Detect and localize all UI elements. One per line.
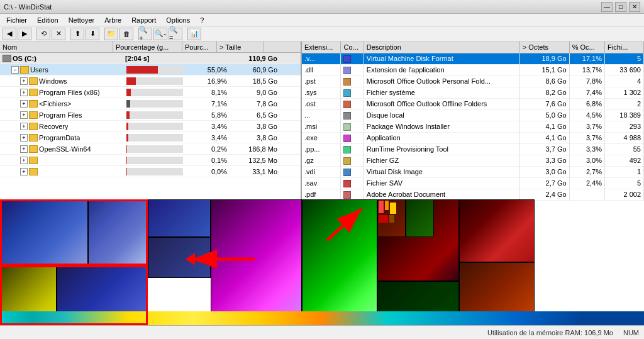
ext-table-row[interactable]: .pstMicrosoft Office Outlook Personal Fo…	[302, 75, 644, 87]
expand-icon[interactable]: +	[20, 134, 28, 142]
pct-text-cell: 0,1%	[186, 157, 230, 164]
octets-cell: 18,9 Go	[519, 53, 569, 64]
ext-cell: .pst	[302, 75, 341, 87]
col-size-header[interactable]: > Taille	[217, 42, 264, 52]
toolbar: ◀ ▶ ⟲ ✕ ⬆ ⬇ 📁 🗑 🔍+ 🔍- 🔍= 📊	[0, 26, 644, 42]
col-name-header[interactable]: Nom	[0, 42, 113, 52]
back-button[interactable]: ◀	[3, 28, 16, 40]
ext-table-row[interactable]: .exeApplication4,1 Go3,7%4 988	[302, 132, 644, 143]
octets-cell: 3,7 Go	[519, 143, 569, 155]
minimize-button[interactable]: —	[601, 2, 613, 12]
files-cell: 4 988	[604, 132, 643, 143]
col-ext-header[interactable]: Extensi...	[302, 42, 341, 53]
expand-icon[interactable]: +	[20, 100, 28, 108]
color-cell	[341, 87, 364, 98]
menu-item-?[interactable]: ?	[196, 15, 208, 25]
ext-table-row[interactable]: .ostMicrosoft Office Outlook Offline Fol…	[302, 98, 644, 109]
expand-icon[interactable]: +	[20, 89, 28, 96]
zoom-out-button[interactable]: 🔍-	[153, 28, 167, 40]
extension-table: Extensi... Co... Description > Octets % …	[302, 42, 644, 201]
delete-button[interactable]: 🗑	[119, 28, 133, 40]
tree-row[interactable]: +Recovery3,4%3,8 Go	[0, 121, 301, 132]
col-desc-header[interactable]: Description	[364, 42, 519, 53]
pct-text-cell: 5,8%	[186, 111, 230, 119]
ext-table-row[interactable]: .pp...RunTime Provisioning Tool3,7 Go3,3…	[302, 143, 644, 155]
ext-table-row[interactable]: .gzFichier GZ3,3 Go3,0%492	[302, 155, 644, 166]
tree-item-name: OS (C:)	[13, 55, 36, 62]
tree-row[interactable]: +0,0%33,1 Mo	[0, 166, 301, 177]
treemap-right[interactable]	[302, 199, 644, 325]
ext-table-row[interactable]: .sysFichier système8,2 Go7,4%1 302	[302, 87, 644, 98]
zoom-reset-button[interactable]: 🔍=	[169, 28, 182, 40]
folder-icon	[29, 168, 38, 175]
pct-cell: 7,4%	[569, 87, 604, 98]
size-cell: 33,1 Mo	[230, 168, 280, 175]
files-cell: 1 302	[604, 87, 643, 98]
folder-icon	[29, 145, 38, 153]
tree-row[interactable]: +Program Files (x86)8,1%9,0 Go	[0, 87, 301, 98]
stop-button[interactable]: ✕	[52, 28, 65, 40]
desc-cell: Disque local	[364, 109, 519, 121]
col-pct-header[interactable]: % Oc...	[569, 42, 604, 53]
tree-row[interactable]: +0,1%132,5 Mo	[0, 155, 301, 166]
expand-icon[interactable]: +	[20, 145, 28, 153]
folder-icon	[29, 89, 38, 96]
color-box	[343, 169, 351, 176]
open-folder-button[interactable]: 📁	[104, 28, 118, 40]
expand-icon[interactable]: +	[20, 111, 28, 119]
ext-table-row[interactable]: .msiPackage Windows Installer4,1 Go3,7%2…	[302, 121, 644, 132]
color-box	[343, 101, 351, 108]
zoom-in-button[interactable]: 🔍+	[138, 28, 152, 40]
files-cell: 293	[604, 121, 643, 132]
refresh-button[interactable]: ⟲	[36, 28, 50, 40]
expand-icon[interactable]: −	[11, 66, 19, 74]
menu-item-options[interactable]: Options	[162, 15, 194, 25]
menu-item-fichier[interactable]: Fichier	[3, 15, 31, 25]
maximize-button[interactable]: □	[615, 2, 626, 12]
status-right: Utilisation de la mémoire RAM: 106,9 Mo …	[487, 329, 639, 336]
col-pct-bar-header[interactable]: Pourcentage (g...	[113, 42, 182, 52]
chart-button[interactable]: 📊	[187, 28, 201, 40]
tree-row[interactable]: +OpenSSL-Win640,2%186,8 Mo	[0, 143, 301, 155]
desc-cell: Microsoft Office Outlook Offline Folders	[364, 98, 519, 109]
menu-item-nettoyer[interactable]: Nettoyer	[65, 15, 99, 25]
col-files-header[interactable]: Fichi...	[604, 42, 643, 53]
tree-row[interactable]: −Users55,0%60,9 Go	[0, 64, 301, 75]
tree-row[interactable]: OS (C:)[2:04 s]110,9 Go	[0, 53, 301, 64]
ext-table-row[interactable]: ...Disque local5,0 Go4,5%18 389	[302, 109, 644, 121]
expand-icon[interactable]: +	[20, 77, 28, 85]
expand-icon[interactable]: +	[20, 123, 28, 130]
tree-row[interactable]: +ProgramData3,4%3,8 Go	[0, 132, 301, 143]
tree-item-name: Users	[30, 66, 48, 74]
expand-icon[interactable]: +	[20, 157, 28, 164]
pct-bar-cell	[123, 76, 186, 86]
col-pct-header[interactable]: Pourc...	[182, 42, 217, 52]
up-button[interactable]: ⬆	[70, 28, 84, 40]
col-color-header[interactable]: Co...	[341, 42, 364, 53]
tree-row[interactable]: +<Fichiers>7,1%7,8 Go	[0, 98, 301, 109]
ext-table-row[interactable]: .vdiVirtual Disk Image3,0 Go2,7%1	[302, 166, 644, 177]
ext-table-row[interactable]: .pdfAdobe Acrobat Document2,4 Go2 002	[302, 189, 644, 200]
tree-row[interactable]: +Windows16,9%18,5 Go	[0, 75, 301, 87]
size-cell: 60,9 Go	[230, 66, 280, 74]
menu-item-edition[interactable]: Edition	[33, 15, 62, 25]
desc-cell: Extension de l'application	[364, 64, 519, 75]
close-button[interactable]: ✕	[629, 2, 640, 12]
col-octets-header[interactable]: > Octets	[519, 42, 569, 53]
menu-item-rapport[interactable]: Rapport	[128, 15, 160, 25]
treemap-left[interactable]	[0, 199, 302, 325]
folder-icon	[29, 123, 38, 130]
ext-table-row[interactable]: .savFichier SAV2,7 Go2,4%5	[302, 177, 644, 189]
ext-table-row[interactable]: .dllExtension de l'application15,1 Go13,…	[302, 64, 644, 75]
down-button[interactable]: ⬇	[86, 28, 99, 40]
menu-item-arbre[interactable]: Arbre	[101, 15, 125, 25]
forward-button[interactable]: ▶	[18, 28, 31, 40]
tree-row[interactable]: +Program Files5,8%6,5 Go	[0, 109, 301, 121]
desc-cell: Application	[364, 132, 519, 143]
treemap-highlight-top	[0, 199, 148, 265]
bar-fill	[126, 168, 127, 175]
files-cell: 33 690	[604, 64, 643, 75]
color-cell	[341, 177, 364, 189]
expand-icon[interactable]: +	[20, 168, 28, 175]
ext-table-row[interactable]: .v...Virtual Machine Disk Format18,9 Go1…	[302, 53, 644, 64]
